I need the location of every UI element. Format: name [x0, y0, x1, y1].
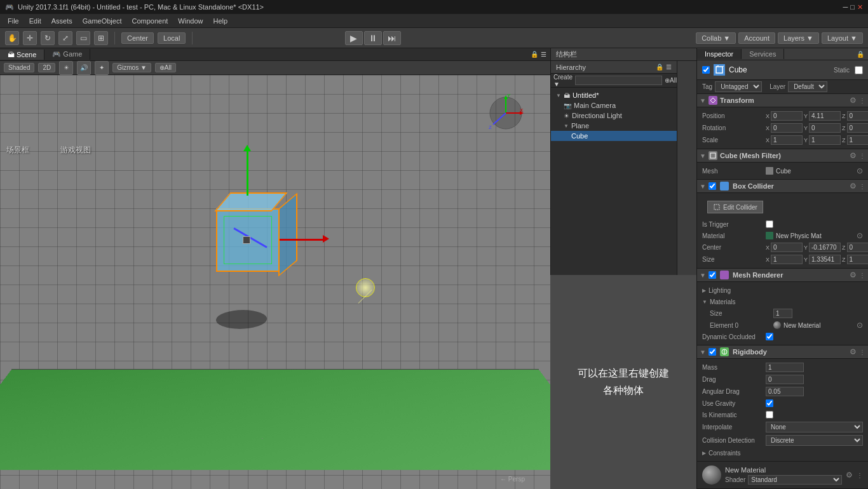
rigidbody-check[interactable]	[709, 348, 716, 356]
box-collider-header[interactable]: ▼ Box Collider ⚙ ⋮	[697, 180, 868, 193]
layers-btn[interactable]: Layers ▼	[778, 32, 819, 44]
rot-z-input[interactable]	[847, 123, 868, 133]
collider-material-select-icon[interactable]: ⊙	[857, 231, 863, 240]
hierarchy-item-plane[interactable]: ▼ Plane	[551, 121, 677, 131]
pause-btn[interactable]: ⏸	[364, 31, 382, 45]
tab-game[interactable]: 🎮 Game	[44, 49, 90, 60]
mesh-filter-options-icon[interactable]: ⋮	[859, 152, 865, 159]
hierarchy-lock-icon[interactable]: 🔒	[656, 64, 663, 70]
all-btn[interactable]: ⊕All	[155, 63, 176, 72]
local-btn[interactable]: Local	[158, 32, 186, 44]
interpolate-dropdown[interactable]: None	[766, 422, 863, 432]
is-kinematic-check[interactable]	[766, 411, 773, 419]
layout-btn[interactable]: Layout ▼	[822, 32, 863, 44]
hierarchy-all-btn[interactable]: ⊕All	[665, 77, 677, 84]
mesh-renderer-check[interactable]	[709, 271, 716, 279]
mesh-select-icon[interactable]: ⊙	[857, 166, 863, 175]
size-x-input[interactable]	[771, 255, 803, 264]
maximize-btn[interactable]: □	[850, 3, 855, 11]
shader-dropdown[interactable]: Standard	[748, 475, 842, 485]
constraints-row[interactable]: ▶ Constraints	[697, 447, 868, 459]
menu-file[interactable]: File	[3, 16, 24, 26]
pos-x-input[interactable]	[771, 111, 803, 121]
tab-scene[interactable]: 🏔 Scene	[0, 50, 44, 60]
hierarchy-create-btn[interactable]: Create ▼	[553, 74, 573, 88]
hand-tool[interactable]: ✋	[5, 31, 19, 45]
account-btn[interactable]: Account	[738, 32, 775, 44]
size-y-input[interactable]	[809, 255, 841, 264]
transform-header[interactable]: ▼ Transform ⚙ ⋮	[697, 94, 868, 107]
lighting-icon[interactable]: ☀	[59, 61, 73, 75]
hierarchy-item-dir-light[interactable]: ☀ Directional Light	[551, 111, 677, 121]
is-trigger-check[interactable]	[766, 220, 773, 228]
collision-dropdown[interactable]: Discrete	[766, 435, 863, 446]
scene-lock-icon[interactable]: 🔒	[531, 51, 538, 58]
transform-tool[interactable]: ⊞	[94, 31, 108, 45]
menu-window[interactable]: Window	[173, 16, 208, 26]
mesh-filter-gear-icon[interactable]: ⚙	[850, 151, 857, 160]
2d-btn[interactable]: 2D	[38, 63, 55, 72]
cube-3d[interactable]	[203, 189, 280, 265]
angular-drag-input[interactable]	[766, 387, 804, 396]
center-y-input[interactable]	[809, 243, 841, 252]
edit-collider-btn[interactable]: Edit Collider	[707, 201, 763, 213]
hierarchy-item-untitled[interactable]: ▼ 🏔 Untitled*	[551, 90, 677, 100]
menu-help[interactable]: Help	[208, 16, 233, 26]
mesh-renderer-gear-icon[interactable]: ⚙	[850, 271, 857, 279]
menu-gameobject[interactable]: GameObject	[78, 16, 127, 26]
mesh-filter-header[interactable]: ▼ Cube (Mesh Filter) ⚙ ⋮	[697, 149, 868, 163]
tab-services[interactable]: Services	[742, 49, 784, 59]
persp-label[interactable]: ← Persp	[500, 476, 525, 483]
hierarchy-search-input[interactable]	[575, 76, 662, 85]
scale-y-input[interactable]	[809, 135, 841, 145]
materials-row[interactable]: ▼ Materials	[697, 296, 868, 307]
move-tool[interactable]: ✛	[23, 31, 37, 45]
new-material-options-icon[interactable]: ⋮	[857, 472, 863, 479]
fx-icon[interactable]: ✦	[95, 61, 109, 75]
box-collider-options-icon[interactable]: ⋮	[859, 183, 865, 190]
element-select-icon[interactable]: ⊙	[857, 321, 863, 330]
obj-active-checkbox[interactable]	[702, 66, 710, 74]
menu-edit[interactable]: Edit	[24, 16, 46, 26]
tag-dropdown[interactable]: Untagged	[715, 81, 762, 92]
inspector-lock-icon[interactable]: 🔒	[857, 51, 864, 58]
size-z-input[interactable]	[847, 255, 868, 264]
scene-menu-icon[interactable]: ☰	[541, 51, 546, 58]
rigidbody-gear-icon[interactable]: ⚙	[850, 347, 857, 356]
rot-x-input[interactable]	[771, 123, 803, 133]
close-btn[interactable]: ✕	[857, 3, 863, 11]
mat-size-input[interactable]	[773, 309, 792, 318]
static-checkbox[interactable]	[855, 66, 863, 74]
scale-z-input[interactable]	[847, 135, 868, 145]
audio-icon[interactable]: 🔊	[77, 61, 91, 75]
dynamic-occluded-check[interactable]	[766, 333, 773, 340]
gizmos-btn[interactable]: Gizmos ▼	[112, 63, 151, 72]
collab-btn[interactable]: Collab ▼	[696, 32, 736, 44]
shaded-dropdown[interactable]: Shaded	[4, 63, 34, 72]
new-material-gear-icon[interactable]: ⚙	[846, 471, 853, 479]
use-gravity-check[interactable]	[766, 399, 773, 407]
drag-input[interactable]	[766, 375, 804, 384]
box-collider-check[interactable]	[709, 182, 716, 190]
obj-name-input[interactable]	[729, 65, 830, 74]
rotate-tool[interactable]: ↻	[41, 31, 55, 45]
center-z-input[interactable]	[847, 243, 868, 252]
scene-3d-view[interactable]: Y X Z ← Persp 场景框 游戏视图	[0, 75, 550, 489]
menu-assets[interactable]: Assets	[46, 16, 78, 26]
hierarchy-menu-icon[interactable]: ☰	[666, 64, 672, 70]
scale-x-input[interactable]	[771, 135, 803, 145]
mesh-renderer-header[interactable]: ▼ Mesh Renderer ⚙ ⋮	[697, 269, 868, 282]
rot-y-input[interactable]	[809, 123, 841, 133]
step-btn[interactable]: ⏭	[383, 31, 401, 45]
rect-tool[interactable]: ▭	[76, 31, 90, 45]
pos-y-input[interactable]	[809, 111, 841, 121]
pos-z-input[interactable]	[847, 111, 868, 121]
rigidbody-options-icon[interactable]: ⋮	[859, 349, 865, 356]
hierarchy-item-main-camera[interactable]: 📷 Main Camera	[551, 100, 677, 111]
mesh-renderer-options-icon[interactable]: ⋮	[859, 272, 865, 279]
minimize-btn[interactable]: ─	[843, 3, 848, 11]
layer-dropdown[interactable]: Default	[788, 81, 827, 92]
transform-gear-icon[interactable]: ⚙	[850, 96, 857, 105]
scale-tool[interactable]: ⤢	[58, 31, 72, 45]
play-btn[interactable]: ▶	[345, 31, 363, 45]
